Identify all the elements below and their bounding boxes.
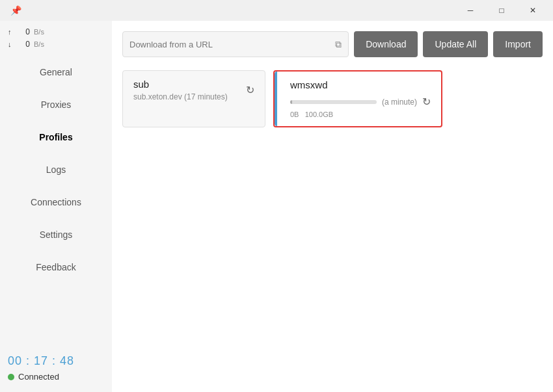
profile-usage-bar [290,100,377,104]
maximize-button[interactable]: □ [487,0,517,21]
connection-label: Connected [18,372,59,382]
sidebar-bottom: 00 : 17 : 48 Connected [0,346,112,392]
sidebar-item-label-settings: Settings [40,229,73,240]
profile-card-inner: sub sub.xeton.dev (17 minutes) ↻ [133,79,254,101]
download-button[interactable]: Download [354,31,418,57]
profile-card-selected[interactable]: wmsxwd (a minute) ↻ 0B 100.0GB [273,70,442,127]
profile-sizes: 0B 100.0GB [290,111,431,118]
profile-selected-refresh-icon[interactable]: ↻ [422,96,431,108]
main-content: ⧉ Download Update All Import sub sub.xet… [112,21,553,392]
sidebar-item-logs[interactable]: Logs [5,154,107,185]
profile-card-sub[interactable]: sub sub.xeton.dev (17 minutes) ↻ [122,70,265,127]
profile-list: sub sub.xeton.dev (17 minutes) ↻ wmsxwd … [122,70,543,127]
profile-selected-name: wmsxwd [290,79,431,90]
profile-name: sub [133,79,246,90]
upload-unit: B/s [34,27,44,38]
download-value: 0 [18,38,30,51]
upload-value: 0 [18,26,30,38]
upload-arrow-icon: ↑ [8,27,14,38]
sidebar-item-label-logs: Logs [46,164,66,175]
profile-time-label: (a minute) [382,98,417,107]
minimize-button[interactable]: ─ [455,0,485,21]
timer-minutes: 17 [34,354,48,367]
maximize-icon: □ [499,6,504,15]
profile-size-total: 100.0GB [305,111,333,118]
app-body: ↑ 0 B/s ↓ 0 B/s General Proxies Profiles… [0,21,553,392]
profile-refresh-icon[interactable]: ↻ [246,84,254,96]
profile-selected-content: wmsxwd (a minute) ↻ 0B 100.0GB [285,79,431,118]
sidebar-item-proxies[interactable]: Proxies [5,89,107,120]
sidebar-item-label-proxies: Proxies [41,99,72,110]
sidebar-item-label-profiles: Profiles [39,132,72,142]
session-timer: 00 : 17 : 48 [8,354,104,368]
update-all-button[interactable]: Update All [423,31,488,57]
sidebar-nav: General Proxies Profiles Logs Connection… [0,56,112,346]
download-row: ↓ 0 B/s [8,38,104,51]
timer-hours: 00 [8,354,22,367]
timer-seconds: 48 [60,354,74,367]
close-icon: ✕ [530,6,536,15]
upload-row: ↑ 0 B/s [8,26,104,38]
sidebar-item-general[interactable]: General [5,57,107,88]
pin-button[interactable]: 📌 [5,0,26,21]
sidebar-item-profiles[interactable]: Profiles [5,122,107,153]
sidebar-item-connections[interactable]: Connections [5,187,107,218]
connection-status: Connected [8,372,104,382]
url-input-wrap[interactable]: ⧉ [122,31,349,57]
import-button[interactable]: Import [493,31,543,57]
status-dot-icon [8,374,14,380]
profile-accent-bar [275,72,277,126]
sidebar-item-settings[interactable]: Settings [5,219,107,250]
profile-bar-fill [290,100,292,104]
copy-icon[interactable]: ⧉ [335,39,342,50]
pin-icon: 📌 [10,5,21,16]
profile-size-used: 0B [290,111,299,118]
download-arrow-icon: ↓ [8,39,14,51]
url-row: ⧉ Download Update All Import [122,31,543,57]
minimize-icon: ─ [468,6,474,15]
download-unit: B/s [34,39,44,51]
titlebar: 📌 ─ □ ✕ [0,0,553,21]
sidebar: ↑ 0 B/s ↓ 0 B/s General Proxies Profiles… [0,21,112,392]
sidebar-item-feedback[interactable]: Feedback [5,252,107,283]
timer-colon2: : [48,354,60,367]
profile-selected-inner: (a minute) ↻ [290,96,431,108]
profile-subtext: sub.xeton.dev (17 minutes) [133,92,246,101]
traffic-panel: ↑ 0 B/s ↓ 0 B/s [0,23,112,56]
close-button[interactable]: ✕ [518,0,548,21]
timer-colon1: : [22,354,34,367]
profile-info: sub sub.xeton.dev (17 minutes) [133,79,246,101]
url-input[interactable] [129,40,335,49]
sidebar-item-label-feedback: Feedback [36,262,75,272]
sidebar-item-label-general: General [40,67,72,77]
sidebar-item-label-connections: Connections [31,197,81,207]
